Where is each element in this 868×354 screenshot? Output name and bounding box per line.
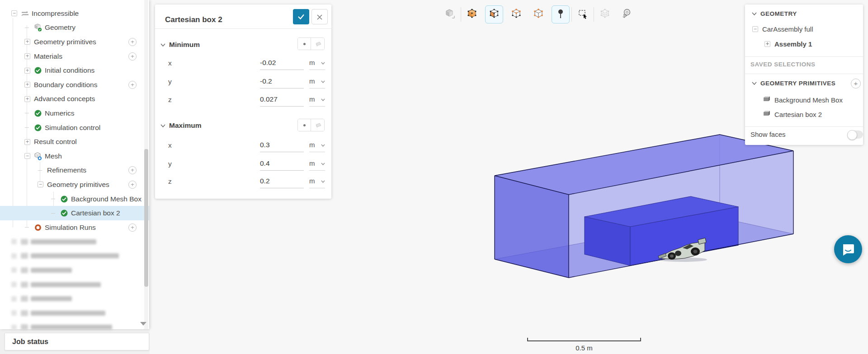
plane-mode-button[interactable] [311, 38, 324, 50]
add-child-button[interactable]: + [128, 81, 137, 89]
saved-selections-header: SAVED SELECTIONS [750, 61, 816, 68]
plane-mode-button[interactable] [311, 119, 324, 131]
tree-item-advanced-concepts[interactable]: +Advanced concepts [0, 92, 149, 107]
min-x-input[interactable]: -0.02 [260, 56, 304, 70]
divider [745, 74, 863, 74]
scroll-more-indicator[interactable] [140, 322, 146, 326]
tree-item-result-control[interactable]: +Result control [0, 135, 149, 149]
support-chat-button[interactable] [834, 235, 862, 263]
tree-item-blurred[interactable] [0, 235, 149, 249]
maximum-section-header[interactable]: Maximum [160, 121, 202, 130]
tree-item-geometry-primitives[interactable]: +Geometry primitives+ [0, 35, 149, 49]
tree-item-background-mesh-box[interactable]: Background Mesh Box [0, 192, 149, 206]
add-child-button[interactable]: + [128, 52, 137, 61]
tree-item-blurred[interactable] [0, 249, 149, 263]
add-child-button[interactable]: + [128, 224, 137, 232]
geometry-section-header[interactable]: GEOMETRY [752, 10, 797, 17]
tree-expander[interactable]: − [11, 10, 17, 16]
collapse-expander[interactable]: − [752, 26, 758, 32]
tree-item-mesh[interactable]: −Mesh [0, 149, 149, 163]
view-cube-icon [444, 8, 455, 21]
mesh-cube-icon [34, 152, 42, 160]
tree-item-blurred[interactable] [0, 306, 149, 320]
min-x-unit-select[interactable]: m [309, 56, 325, 70]
chevron-down-icon [321, 144, 325, 147]
primitive-label: Background Mesh Box [774, 96, 843, 104]
blurred-icon [21, 324, 28, 330]
edge-select-icon [533, 8, 544, 21]
tree-expander[interactable]: − [38, 182, 43, 187]
measure-button[interactable] [618, 5, 636, 23]
minimum-section-header[interactable]: Minimum [160, 41, 200, 49]
tree-item-geometry-primitives[interactable]: −Geometry primitives+ [0, 177, 149, 192]
geom-cube-icon [34, 23, 42, 32]
assembly-tree-item[interactable]: − CarAssembly full [752, 25, 813, 33]
close-button[interactable] [311, 9, 328, 24]
sidebar-scrollbar-thumb[interactable] [144, 149, 148, 287]
max-z-input[interactable]: 0.2 [260, 175, 304, 188]
edge-select-button[interactable] [529, 5, 547, 23]
tree-expander[interactable]: − [24, 153, 30, 159]
blurred-label [31, 253, 119, 258]
confirm-button[interactable] [293, 9, 309, 24]
tree-item-blurred[interactable] [0, 292, 149, 306]
blurred-label [31, 282, 101, 287]
min-y-unit-select[interactable]: m [309, 75, 325, 88]
max-y-unit-select[interactable]: m [309, 157, 325, 171]
tree-item-blurred[interactable] [0, 320, 149, 335]
tree-item-incompressible[interactable]: −Incompressible [0, 6, 149, 21]
tree-item-refinements[interactable]: Refinements+ [0, 163, 149, 178]
tree-item-numerics[interactable]: Numerics [0, 106, 149, 121]
background-mesh-box[interactable] [495, 135, 793, 278]
tree-expander [11, 282, 17, 287]
min-z-input[interactable]: 0.027 [260, 93, 304, 107]
tree-item-blurred[interactable] [0, 263, 149, 278]
box-gray-icon [763, 110, 771, 118]
max-x-input[interactable]: 0.3 [260, 139, 304, 152]
chevron-down-icon [321, 98, 325, 101]
tree-item-simulation-control[interactable]: Simulation control [0, 121, 149, 135]
tree-expander[interactable]: + [24, 139, 30, 145]
expand-expander[interactable]: + [764, 41, 770, 47]
job-status-bar[interactable]: Job status [5, 333, 149, 350]
chevron-down-icon [160, 124, 165, 127]
point-mode-button[interactable] [298, 119, 311, 131]
tree-item-materials[interactable]: +Materials+ [0, 49, 149, 64]
point-mode-button[interactable] [298, 38, 311, 50]
add-child-button[interactable]: + [128, 166, 137, 174]
tree-expander[interactable]: + [24, 53, 30, 59]
max-y-input[interactable]: 0.4 [260, 157, 304, 171]
tree-expander[interactable]: + [24, 39, 30, 45]
tree-item-blurred[interactable] [0, 277, 149, 292]
volume-select-button[interactable] [463, 5, 481, 23]
tree-expander[interactable]: + [24, 68, 30, 74]
tree-expander[interactable]: + [24, 96, 30, 102]
show-faces-toggle[interactable] [848, 130, 863, 139]
vertex-select-button[interactable] [507, 5, 525, 23]
blurred-label [31, 239, 96, 244]
tree-item-initial-conditions[interactable]: +Initial conditions [0, 63, 149, 78]
blurred-label [31, 311, 105, 316]
min-y-input[interactable]: -0.2 [260, 75, 304, 88]
tree-expander [11, 296, 17, 302]
scene-3d[interactable] [484, 129, 801, 284]
box-select-button[interactable] [574, 5, 592, 23]
tree-item-geometry[interactable]: Geometry [0, 21, 149, 35]
add-child-button[interactable]: + [128, 181, 137, 189]
tree-expander[interactable]: + [24, 82, 30, 88]
tree-item-boundary-conditions[interactable]: +Boundary conditions+ [0, 78, 149, 92]
max-x-unit-select[interactable]: m [309, 139, 325, 152]
max-z-unit-select[interactable]: m [309, 175, 325, 188]
face-select-button[interactable] [485, 5, 503, 23]
min-z-unit-select[interactable]: m [309, 93, 325, 107]
primitive-item-background-mesh-box[interactable]: Background Mesh Box [763, 96, 843, 104]
sub-assembly-tree-item[interactable]: + Assembly 1 [764, 40, 812, 48]
add-primitive-button[interactable]: + [851, 79, 861, 88]
tree-item-cartesian-box-2[interactable]: Cartesian box 2 [0, 206, 149, 220]
add-child-button[interactable]: + [128, 38, 137, 46]
solver-icon [21, 9, 29, 18]
primitive-item-cartesian-box-2[interactable]: Cartesian box 2 [763, 110, 822, 118]
geometry-primitives-header[interactable]: GEOMETRY PRIMITIVES [752, 80, 835, 87]
probe-pin-button[interactable] [552, 5, 570, 23]
tree-item-simulation-runs[interactable]: Simulation Runs+ [0, 220, 149, 235]
